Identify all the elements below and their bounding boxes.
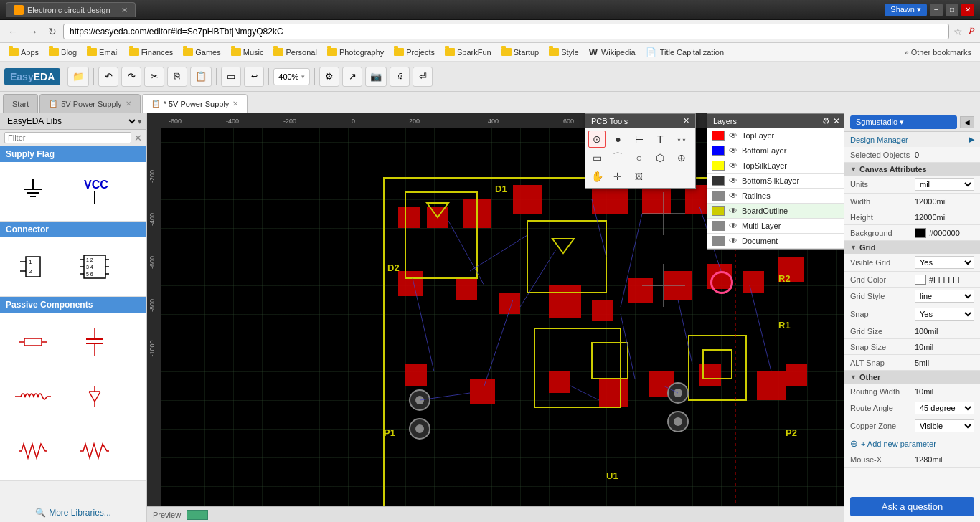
- redo-button[interactable]: ↷: [121, 67, 141, 87]
- back-button[interactable]: ←: [4, 24, 22, 39]
- select-button[interactable]: ▭: [221, 67, 241, 87]
- filter-clear-button[interactable]: ✕: [134, 133, 142, 143]
- ratlines-eye[interactable]: 👁: [729, 191, 738, 201]
- tab-5v-power[interactable]: 📋 5V Power Supply ✕: [39, 94, 140, 113]
- layer-bottomlayer[interactable]: 👁 BottomLayer: [707, 143, 844, 158]
- maximize-button[interactable]: □: [946, 4, 958, 16]
- pcb-tool-line[interactable]: ⊢: [631, 130, 648, 148]
- pcb-tool-cursor2[interactable]: ⊕: [673, 149, 690, 166]
- pcb-tool-cross[interactable]: ✛: [609, 168, 626, 185]
- bookmark-games[interactable]: Games: [179, 47, 225, 58]
- lib-select[interactable]: EasyEDA Libs: [4, 115, 138, 127]
- filter-input[interactable]: [4, 132, 131, 143]
- minimize-button[interactable]: −: [930, 4, 943, 16]
- layers-settings-icon[interactable]: ⚙: [822, 116, 830, 126]
- new-file-button[interactable]: 📁: [67, 67, 89, 87]
- lib-item-vcc[interactable]: VCC: [66, 166, 123, 217]
- lib-item-gnd[interactable]: [4, 166, 62, 217]
- lib-item-inductor[interactable]: [4, 371, 62, 422]
- bookmark-apps[interactable]: Apps: [4, 47, 43, 58]
- tab-start[interactable]: Start: [3, 94, 38, 113]
- layer-document[interactable]: 👁 Document: [707, 234, 844, 249]
- share-button[interactable]: ↗: [342, 67, 362, 87]
- bookmark-music[interactable]: Music: [227, 47, 268, 58]
- rotate-button[interactable]: ↩: [244, 67, 264, 87]
- layer-multilayer[interactable]: 👁 Multi-Layer: [707, 219, 844, 234]
- add-parameter-button[interactable]: ⊕ + Add new parameter: [844, 435, 980, 452]
- visible-grid-select[interactable]: Yes No: [915, 256, 974, 269]
- design-manager-link[interactable]: Design Manager ▶: [844, 132, 980, 147]
- pinterest-icon[interactable]: 𝑃: [967, 24, 976, 39]
- pcb-tool-arc2[interactable]: ⌒: [609, 149, 626, 166]
- tab-close[interactable]: ✕: [121, 6, 128, 15]
- reload-button[interactable]: ↻: [44, 24, 60, 39]
- bottomlayer-eye[interactable]: 👁: [729, 146, 738, 156]
- panel-collapse-button[interactable]: ◀: [960, 116, 974, 128]
- browser-tab[interactable]: Electronic circuit design - ✕: [6, 2, 136, 17]
- layer-bottomsilk[interactable]: 👁 BottomSilkLayer: [707, 174, 844, 189]
- layer-toplayer[interactable]: 👁 TopLayer: [707, 128, 844, 143]
- user-badge[interactable]: Shawn ▾: [885, 4, 927, 16]
- zoom-control[interactable]: 400% ▾: [273, 68, 310, 85]
- address-input[interactable]: [63, 24, 949, 39]
- settings-button[interactable]: ⚙: [319, 67, 339, 87]
- pcb-tools-close[interactable]: ✕: [683, 116, 689, 125]
- tab-5v-close[interactable]: ✕: [126, 100, 131, 108]
- lib-item-resistor[interactable]: [4, 317, 62, 367]
- easyeda-logo[interactable]: EasyEDA: [4, 68, 60, 85]
- pcb-tool-via[interactable]: ●: [609, 130, 626, 148]
- lib-item-resistor2[interactable]: [66, 371, 123, 422]
- pcb-tool-rect[interactable]: ▭: [588, 149, 606, 166]
- bookmark-style[interactable]: Style: [545, 47, 583, 58]
- pcb-tool-text[interactable]: T: [651, 130, 669, 148]
- lib-item-conn3x2[interactable]: 1 2 3 4 5 6: [66, 242, 123, 292]
- pcb-tool-measure[interactable]: ⋆⋆: [673, 130, 690, 148]
- grid-style-select[interactable]: line dot: [915, 290, 974, 303]
- tab-5v-power-active[interactable]: 📋 * 5V Power Supply ✕: [142, 94, 248, 113]
- bookmark-finances[interactable]: Finances: [125, 47, 178, 58]
- other-section[interactable]: ▼ Other: [844, 371, 980, 384]
- bookmark-personal[interactable]: Personal: [269, 47, 321, 58]
- bookmark-sparkfun[interactable]: SparkFun: [440, 47, 496, 58]
- lib-item-zigzag2[interactable]: [66, 426, 123, 476]
- topsilk-eye[interactable]: 👁: [729, 161, 738, 171]
- bookmark-photography[interactable]: Photography: [323, 47, 388, 58]
- background-value[interactable]: #000000: [915, 228, 974, 238]
- pcb-tool-image[interactable]: 🖼: [631, 168, 648, 185]
- ask-question-button[interactable]: Ask a question: [850, 497, 974, 516]
- bookmark-email[interactable]: Email: [83, 47, 123, 58]
- pcb-tool-hand[interactable]: ✋: [588, 168, 606, 185]
- lib-item-conn2[interactable]: 1 2: [4, 242, 62, 292]
- paste-button[interactable]: 📋: [190, 67, 212, 87]
- layer-ratlines[interactable]: 👁 Ratlines: [707, 189, 844, 204]
- other-bookmarks[interactable]: » Other bookmarks: [900, 47, 976, 58]
- layer-boardoutline[interactable]: 👁 BoardOutline: [707, 204, 844, 219]
- pcb-tool-arc[interactable]: ⊙: [588, 130, 606, 148]
- bookmark-titlecap[interactable]: 📄 Title Capitalization: [641, 46, 728, 59]
- layer-topsilk[interactable]: 👁 TopSilkLayer: [707, 158, 844, 174]
- export-button[interactable]: ⏎: [413, 67, 433, 87]
- bookmark-startup[interactable]: Startup: [497, 47, 543, 58]
- lib-item-capacitor[interactable]: [66, 317, 123, 367]
- copy-button[interactable]: ⎘: [167, 67, 187, 87]
- toplayer-eye[interactable]: 👁: [729, 130, 738, 141]
- undo-button[interactable]: ↶: [98, 67, 118, 87]
- snap-select[interactable]: Yes No: [915, 308, 974, 321]
- bottomsilk-eye[interactable]: 👁: [729, 176, 738, 186]
- print-button[interactable]: 🖨: [390, 67, 410, 87]
- canvas-area[interactable]: -600 -400 -200 0 200 400 600 -200 -400 -…: [147, 113, 844, 506]
- more-libraries-button[interactable]: 🔍 More Libraries...: [0, 503, 146, 522]
- copper-zone-select[interactable]: Visible Hidden: [915, 419, 974, 432]
- lib-dropdown-arrow[interactable]: ▾: [138, 117, 142, 126]
- bookmark-wikipedia[interactable]: W Wikipedia: [585, 45, 640, 59]
- pcb-tool-poly[interactable]: ⬡: [651, 149, 669, 166]
- screenshot-button[interactable]: 📷: [365, 67, 387, 87]
- layers-header[interactable]: Layers ⚙ ✕: [707, 114, 844, 128]
- units-select[interactable]: mil mm inch: [915, 178, 974, 191]
- pcb-tool-circle[interactable]: ○: [631, 149, 648, 166]
- document-eye[interactable]: 👁: [729, 236, 738, 246]
- cut-button[interactable]: ✂: [144, 67, 164, 87]
- lib-item-zigzag[interactable]: [4, 426, 62, 476]
- multilayer-eye[interactable]: 👁: [729, 221, 738, 231]
- layers-close-icon[interactable]: ✕: [833, 116, 840, 126]
